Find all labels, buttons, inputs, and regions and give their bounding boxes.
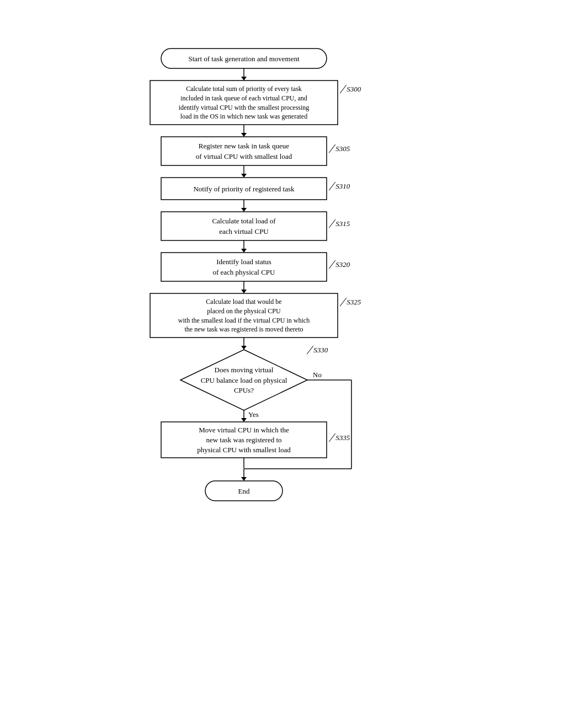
- svg-text:each virtual CPU: each virtual CPU: [219, 227, 269, 235]
- svg-text:Calculate load that would be: Calculate load that would be: [206, 298, 281, 306]
- page-header: [0, 0, 565, 15]
- svg-marker-34: [241, 290, 247, 293]
- svg-text:╱ S305: ╱ S305: [328, 144, 350, 153]
- svg-text:identify virtual CPU with the : identify virtual CPU with the smallest p…: [179, 104, 310, 111]
- svg-text:load in the OS in which new ta: load in the OS in which new task was gen…: [180, 113, 307, 120]
- svg-text:╱ S300: ╱ S300: [339, 84, 361, 94]
- svg-text:included in task queue of each: included in task queue of each virtual C…: [180, 94, 307, 102]
- svg-text:placed on the physical CPU: placed on the physical CPU: [207, 307, 281, 315]
- main-content: Start of task generation and movementCal…: [0, 15, 565, 534]
- svg-marker-52: [241, 418, 247, 422]
- svg-text:Notify of priority of register: Notify of priority of registered task: [193, 185, 295, 193]
- svg-marker-28: [241, 249, 247, 253]
- svg-marker-62: [241, 477, 247, 481]
- svg-text:of each physical CPU: of each physical CPU: [212, 268, 275, 276]
- svg-text:of virtual CPU with smallest l: of virtual CPU with smallest load: [196, 152, 292, 160]
- svg-text:╱ S335: ╱ S335: [328, 433, 350, 442]
- svg-text:╱ S310: ╱ S310: [328, 181, 350, 191]
- svg-text:the new task was registered is: the new task was registered is moved the…: [185, 325, 303, 333]
- svg-text:CPUs?: CPUs?: [234, 386, 254, 394]
- svg-marker-42: [241, 346, 247, 350]
- svg-text:Does moving virtual: Does moving virtual: [215, 366, 274, 374]
- svg-rect-12: [161, 137, 327, 165]
- svg-text:╱ S325: ╱ S325: [339, 297, 361, 307]
- svg-text:with the smallest load if the : with the smallest load if the virtual CP…: [178, 317, 310, 324]
- svg-text:Calculate total sum of priorit: Calculate total sum of priority of every…: [186, 85, 302, 93]
- svg-marker-3: [241, 77, 247, 81]
- svg-text:╱ S320: ╱ S320: [328, 260, 350, 269]
- svg-text:Identify load status: Identify load status: [216, 258, 271, 266]
- svg-text:new task was registered to: new task was registered to: [206, 436, 281, 444]
- svg-rect-29: [161, 253, 327, 281]
- svg-text:Calculate total load of: Calculate total load of: [212, 217, 276, 225]
- svg-text:physical CPU with smallest loa: physical CPU with smallest load: [197, 446, 291, 454]
- svg-text:No: No: [313, 371, 322, 379]
- svg-text:Move virtual CPU in which the: Move virtual CPU in which the: [199, 426, 289, 434]
- svg-flowchart: Start of task generation and movementCal…: [33, 38, 532, 512]
- svg-rect-23: [161, 212, 327, 240]
- svg-marker-22: [241, 208, 247, 212]
- svg-text:Yes: Yes: [248, 410, 259, 419]
- svg-text:Start of task generation and m: Start of task generation and movement: [188, 55, 299, 63]
- svg-marker-17: [241, 174, 247, 178]
- svg-text:End: End: [238, 487, 250, 495]
- svg-text:Register new task in task queu: Register new task in task queue: [199, 142, 289, 150]
- svg-text:CPU balance load on physical: CPU balance load on physical: [201, 376, 287, 384]
- svg-marker-11: [241, 133, 247, 137]
- svg-text:╱ S330: ╱ S330: [306, 345, 328, 355]
- svg-text:╱ S315: ╱ S315: [328, 219, 350, 228]
